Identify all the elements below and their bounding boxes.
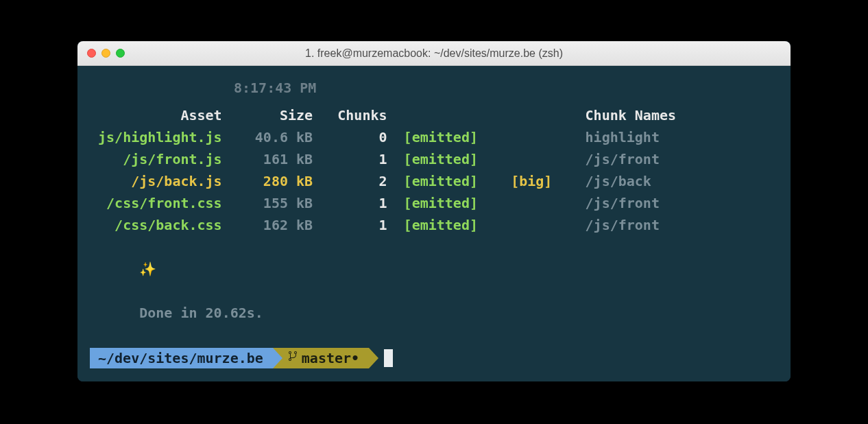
- size-flag: [511, 217, 568, 233]
- chunk-id: 1: [329, 195, 387, 211]
- cursor: [384, 349, 393, 367]
- asset-name: /js/front.js: [90, 151, 222, 167]
- prompt-path: ~/dev/sites/murze.be: [98, 347, 263, 369]
- chunk-id: 1: [329, 217, 387, 233]
- table-row: /css/back.css 162 kB 1 [emitted] /js/fro…: [90, 214, 778, 236]
- table-header: Asset Size Chunks Chunk Names: [90, 104, 778, 126]
- asset-name: /css/back.css: [90, 217, 222, 233]
- chunk-name: highlight: [586, 129, 660, 145]
- prompt-branch: master: [302, 347, 351, 369]
- asset-size: 162 kB: [239, 217, 313, 233]
- timestamp: 8:17:43 PM: [90, 77, 778, 99]
- asset-name: /css/front.css: [90, 195, 222, 211]
- asset-name: /js/back.js: [90, 173, 222, 189]
- sparkle-icon: ✨: [139, 261, 156, 277]
- size-flag: [511, 195, 568, 211]
- git-branch-icon: [288, 346, 298, 368]
- titlebar[interactable]: 1. freek@murzemacbook: ~/dev/sites/murze…: [77, 41, 791, 66]
- chunk-id: 2: [329, 173, 387, 189]
- prompt-line[interactable]: ~/dev/sites/murze.be master •: [90, 347, 778, 369]
- size-flag: [511, 151, 568, 167]
- size-flag: [511, 129, 568, 145]
- prompt-git-segment: master •: [273, 348, 369, 368]
- chunk-name: /js/front: [586, 195, 660, 211]
- asset-size: 161 kB: [239, 151, 313, 167]
- window-controls: [87, 49, 125, 58]
- table-row: js/highlight.js 40.6 kB 0 [emitted] high…: [90, 126, 778, 148]
- chunk-id: 0: [329, 129, 387, 145]
- done-text: Done in 20.62s.: [139, 305, 263, 321]
- close-icon[interactable]: [87, 49, 96, 58]
- chunk-id: 1: [329, 151, 387, 167]
- prompt-path-segment: ~/dev/sites/murze.be: [90, 348, 273, 368]
- emit-status: [emitted]: [404, 151, 494, 167]
- table-row: /css/front.css 155 kB 1 [emitted] /js/fr…: [90, 192, 778, 214]
- prompt-dirty-indicator: •: [351, 347, 359, 369]
- minimize-icon[interactable]: [101, 49, 110, 58]
- emit-status: [emitted]: [404, 129, 494, 145]
- terminal-body[interactable]: 8:17:43 PM Asset Size Chunks Chunk Names…: [77, 66, 791, 381]
- done-line: ✨ Done in 20.62s.: [90, 236, 778, 346]
- emit-status: [emitted]: [404, 173, 494, 189]
- table-row: /js/front.js 161 kB 1 [emitted] /js/fron…: [90, 148, 778, 170]
- asset-size: 280 kB: [239, 173, 313, 189]
- size-flag: [big]: [511, 173, 568, 189]
- asset-size: 155 kB: [239, 195, 313, 211]
- chunk-name: /js/front: [586, 151, 660, 167]
- emit-status: [emitted]: [404, 195, 494, 211]
- table-row: /js/back.js 280 kB 2 [emitted] [big] /js…: [90, 170, 778, 192]
- build-output-table: Asset Size Chunks Chunk Names js/highlig…: [90, 104, 778, 236]
- asset-name: js/highlight.js: [90, 129, 222, 145]
- window-title: 1. freek@murzemacbook: ~/dev/sites/murze…: [77, 47, 791, 60]
- asset-size: 40.6 kB: [239, 129, 313, 145]
- chunk-name: /js/back: [586, 173, 651, 189]
- terminal-window: 1. freek@murzemacbook: ~/dev/sites/murze…: [77, 41, 791, 381]
- emit-status: [emitted]: [404, 217, 494, 233]
- maximize-icon[interactable]: [116, 49, 125, 58]
- chunk-name: /js/front: [586, 217, 660, 233]
